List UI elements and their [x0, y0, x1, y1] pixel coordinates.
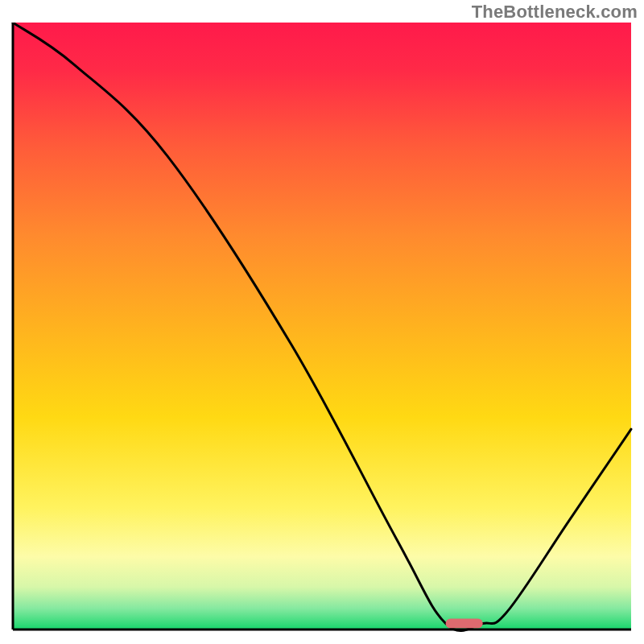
watermark-text: TheBottleneck.com — [472, 2, 638, 23]
optimal-marker — [446, 619, 483, 629]
plot-background — [13, 23, 631, 630]
chart-frame — [11, 23, 633, 633]
chart-stage: TheBottleneck.com — [0, 0, 644, 644]
bottleneck-chart — [11, 23, 633, 633]
